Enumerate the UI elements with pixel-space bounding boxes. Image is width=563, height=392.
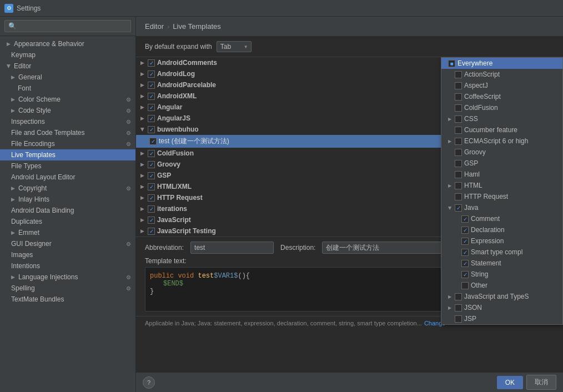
context-checkbox[interactable] <box>461 282 469 289</box>
search-input[interactable] <box>4 20 131 32</box>
template-group-javascript-testing[interactable]: ▶ JavaScript Testing <box>136 225 458 237</box>
context-item-gsp[interactable]: GSP <box>441 158 562 169</box>
context-checkbox[interactable] <box>455 149 462 156</box>
sidebar-item-copyright[interactable]: ▶ Copyright ⚙ <box>0 183 135 194</box>
context-item-html[interactable]: ▶ HTML <box>441 180 562 191</box>
template-item-test[interactable]: test (创建一个测试方法) <box>136 135 458 148</box>
template-group-androidparcelable[interactable]: ▶ AndroidParcelable <box>136 79 458 91</box>
sidebar-item-android-data-binding[interactable]: Android Data Binding <box>0 205 135 216</box>
context-item-java-declaration[interactable]: Declaration <box>441 224 562 235</box>
template-group-html-xml[interactable]: ▶ HTML/XML <box>136 181 458 192</box>
context-checkbox[interactable] <box>455 315 462 323</box>
context-item-javascript-typescript[interactable]: ▶ JavaScript and TypeS <box>441 291 562 302</box>
group-checkbox[interactable] <box>148 228 155 235</box>
context-checkbox[interactable] <box>461 215 469 223</box>
template-group-androidlog[interactable]: ▶ AndroidLog <box>136 68 458 79</box>
sidebar-item-code-style[interactable]: ▶ Code Style ⚙ <box>0 105 135 116</box>
group-checkbox[interactable] <box>148 172 155 179</box>
context-checkbox[interactable] <box>455 104 462 112</box>
sidebar-item-file-types[interactable]: File Types <box>0 160 135 172</box>
context-item-everywhere[interactable]: ■ Everywhere <box>441 58 562 69</box>
group-checkbox[interactable] <box>148 115 155 122</box>
sidebar-item-font[interactable]: Font <box>0 83 135 94</box>
template-group-iterations[interactable]: ▶ iterations <box>136 203 458 214</box>
group-checkbox[interactable] <box>148 183 155 190</box>
context-checkbox[interactable] <box>461 260 469 267</box>
context-checkbox[interactable] <box>455 293 462 300</box>
sidebar-item-spelling[interactable]: Spelling ⚙ <box>0 283 135 294</box>
sidebar-item-gui-designer[interactable]: GUI Designer ⚙ <box>0 238 135 249</box>
template-group-androidxml[interactable]: ▶ AndroidXML <box>136 91 458 102</box>
template-group-javascript[interactable]: ▶ JavaScript <box>136 214 458 225</box>
template-group-gsp[interactable]: ▶ GSP <box>136 170 458 181</box>
group-checkbox[interactable] <box>148 161 155 168</box>
sidebar-item-inspections[interactable]: Inspections ⚙ <box>0 116 135 127</box>
context-item-cucumber[interactable]: Cucumber feature <box>441 124 562 135</box>
sidebar-item-duplicates[interactable]: Duplicates <box>0 216 135 227</box>
context-item-java-string[interactable]: String <box>441 269 562 280</box>
group-checkbox[interactable] <box>148 194 155 202</box>
context-item-java[interactable]: ▶ Java <box>441 202 562 213</box>
help-button[interactable]: ? <box>143 376 155 389</box>
context-checkbox[interactable] <box>455 182 462 189</box>
context-item-java-other[interactable]: Other <box>441 280 562 291</box>
sidebar-item-editor[interactable]: ▶ Editor <box>0 61 135 72</box>
context-item-coffeescript[interactable]: CoffeeScript <box>441 91 562 102</box>
context-item-coldfusion[interactable]: ColdFusion <box>441 102 562 113</box>
sidebar-item-color-scheme[interactable]: ▶ Color Scheme ⚙ <box>0 94 135 105</box>
context-checkbox[interactable] <box>461 271 469 278</box>
item-checkbox[interactable] <box>149 138 157 145</box>
context-checkbox[interactable] <box>455 304 462 311</box>
cancel-button[interactable]: 取消 <box>526 375 556 390</box>
context-item-aspectj[interactable]: AspectJ <box>441 80 562 91</box>
sidebar-item-language-injections[interactable]: ▶ Language Injections ⚙ <box>0 272 135 283</box>
context-item-haml[interactable]: Haml <box>441 169 562 180</box>
group-checkbox[interactable] <box>148 82 155 89</box>
context-item-http-request[interactable]: HTTP Request <box>441 191 562 202</box>
sidebar-item-images[interactable]: Images <box>0 249 135 260</box>
sidebar-item-file-encodings[interactable]: File Encodings ⚙ <box>0 138 135 149</box>
group-checkbox[interactable] <box>148 59 155 67</box>
context-checkbox[interactable] <box>455 71 462 78</box>
context-checkbox[interactable] <box>455 127 462 134</box>
group-checkbox[interactable] <box>148 217 155 224</box>
group-checkbox[interactable] <box>148 104 155 111</box>
template-group-angularjs[interactable]: ▶ AngularJS <box>136 113 458 124</box>
context-item-css[interactable]: ▶ CSS <box>441 113 562 124</box>
template-group-angular[interactable]: ▶ Angular <box>136 102 458 113</box>
group-checkbox[interactable] <box>148 150 155 157</box>
group-checkbox[interactable] <box>148 126 155 133</box>
context-checkbox[interactable] <box>461 249 469 256</box>
context-item-java-statement[interactable]: Statement <box>441 258 562 269</box>
context-item-java-expression[interactable]: Expression <box>441 235 562 247</box>
ok-button[interactable]: OK <box>497 376 523 389</box>
template-group-coldfusion[interactable]: ▶ ColdFusion <box>136 148 458 159</box>
sidebar-item-keymap[interactable]: Keymap <box>0 49 135 61</box>
sidebar-item-inlay-hints[interactable]: ▶ Inlay Hints <box>0 194 135 205</box>
template-group-http-request[interactable]: ▶ HTTP Request <box>136 192 458 203</box>
sidebar-item-live-templates[interactable]: Live Templates <box>0 149 135 160</box>
context-item-json[interactable]: ▶ JSON <box>441 302 562 313</box>
context-checkbox[interactable] <box>455 82 462 89</box>
sidebar-item-android-layout-editor[interactable]: Android Layout Editor <box>0 172 135 183</box>
context-checkbox[interactable] <box>461 238 469 245</box>
template-group-androidcomments[interactable]: ▶ AndroidComments <box>136 57 458 68</box>
context-checkbox[interactable] <box>455 193 462 200</box>
context-checkbox[interactable] <box>455 138 462 145</box>
context-item-jsp[interactable]: JSP <box>441 313 562 324</box>
sidebar-item-textmate-bundles[interactable]: TextMate Bundles <box>0 294 135 305</box>
template-group-buwenbuhuo[interactable]: ▶ buwenbuhuo <box>136 124 458 135</box>
context-checkbox[interactable] <box>455 115 462 123</box>
group-checkbox[interactable] <box>148 71 155 78</box>
context-checkbox[interactable] <box>455 93 462 100</box>
context-item-ecmascript[interactable]: ▶ ECMAScript 6 or high <box>441 135 562 147</box>
context-checkbox[interactable] <box>455 160 462 167</box>
context-checkbox[interactable] <box>461 227 469 234</box>
template-group-groovy[interactable]: ▶ Groovy <box>136 159 458 170</box>
expand-select[interactable]: Tab Enter Space <box>217 41 252 52</box>
context-checkbox[interactable]: ■ <box>448 60 455 67</box>
sidebar-item-appearance[interactable]: ▶ Appearance & Behavior <box>0 38 135 49</box>
abbreviation-input[interactable] <box>190 242 274 254</box>
context-item-groovy[interactable]: Groovy <box>441 147 562 158</box>
sidebar-item-general[interactable]: ▶ General <box>0 72 135 83</box>
